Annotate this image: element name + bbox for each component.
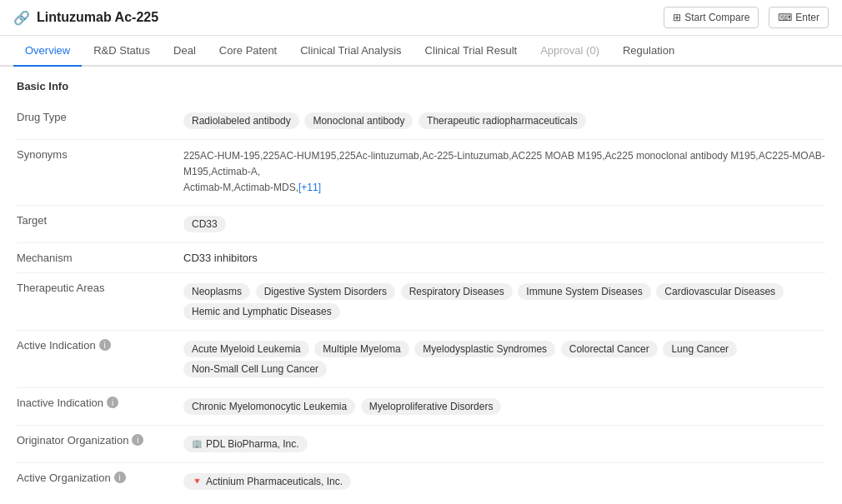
enter-button[interactable]: ⌨ Enter <box>769 7 829 28</box>
drug-title: Lintuzumab Ac-225 <box>37 10 158 25</box>
active-org-info-icon[interactable]: i <box>114 472 126 483</box>
org-tag-pdl: 🏢 PDL BioPharma, Inc. <box>183 436 308 452</box>
org-tag-actinium: 🔻 Actinium Pharmaceuticals, Inc. <box>183 473 351 490</box>
drug-icon: 🔗 <box>13 10 30 26</box>
originator-org-info-icon[interactable]: i <box>132 434 143 446</box>
tag-hemic: Hemic and Lymphatic Diseases <box>183 303 340 320</box>
tab-deal[interactable]: Deal <box>162 36 208 67</box>
value-mechanism: CD33 inhibitors <box>183 242 825 272</box>
compare-icon: ⊞ <box>673 12 681 23</box>
tag-digestive: Digestive System Disorders <box>256 283 395 300</box>
label-active-indication: Active Indication i <box>17 330 183 387</box>
tab-clinical-trial-analysis[interactable]: Clinical Trial Analysis <box>288 36 413 67</box>
tab-overview[interactable]: Overview <box>13 36 82 67</box>
inactive-indication-info-icon[interactable]: i <box>107 397 118 408</box>
label-inactive-indication: Inactive Indication i <box>17 387 183 425</box>
tag-nsclc: Non-Small Cell Lung Cancer <box>183 361 327 377</box>
tab-core-patent[interactable]: Core Patent <box>208 36 288 67</box>
value-active-indication: Acute Myeloid Leukemia Multiple Myeloma … <box>183 330 825 387</box>
table-row: Synonyms 225AC-HUM-195,225AC-HUM195,225A… <box>17 140 825 206</box>
label-drug-type: Drug Type <box>17 102 183 140</box>
section-basic-info-title: Basic Info <box>17 80 825 92</box>
synonyms-text: 225AC-HUM-195,225AC-HUM195,225Ac-lintuzu… <box>183 150 825 193</box>
main-content: Basic Info Drug Type Radiolabeled antibo… <box>0 67 842 496</box>
org-icon-actinium: 🔻 <box>192 477 202 486</box>
label-mechanism: Mechanism <box>17 242 183 272</box>
value-target: CD33 <box>183 205 825 242</box>
tab-clinical-trial-result[interactable]: Clinical Trial Result <box>413 36 529 67</box>
tag-radiolabeled: Radiolabeled antibody <box>183 112 299 129</box>
label-target: Target <box>17 205 183 242</box>
tag-cd33: CD33 <box>183 216 226 232</box>
table-row: Originator Organization i 🏢 PDL BioPharm… <box>17 425 825 462</box>
header-left: 🔗 Lintuzumab Ac-225 <box>13 10 158 26</box>
table-row: Target CD33 <box>17 205 825 242</box>
tag-myeloproliferative: Myeloproliferative Disorders <box>361 398 502 415</box>
tag-neoplasms: Neoplasms <box>183 283 250 300</box>
nav-tabs: Overview R&D Status Deal Core Patent Cli… <box>0 36 842 67</box>
tag-lung-cancer: Lung Cancer <box>663 341 737 357</box>
basic-info-table: Drug Type Radiolabeled antibody Monoclon… <box>17 102 825 496</box>
tag-immune: Immune System Diseases <box>518 283 650 300</box>
table-row: Mechanism CD33 inhibitors <box>17 242 825 272</box>
value-drug-type: Radiolabeled antibody Monoclonal antibod… <box>183 102 825 140</box>
tag-monoclonal: Monoclonal antibody <box>304 112 413 129</box>
page-header: 🔗 Lintuzumab Ac-225 ⊞ Start Compare ⌨ En… <box>0 0 842 36</box>
label-active-org: Active Organization i <box>17 462 183 496</box>
value-originator-org: 🏢 PDL BioPharma, Inc. <box>183 425 825 462</box>
table-row: Drug Type Radiolabeled antibody Monoclon… <box>17 102 825 140</box>
tab-regulation[interactable]: Regulation <box>611 36 686 67</box>
label-originator-org: Originator Organization i <box>17 425 183 462</box>
table-row: Inactive Indication i Chronic Myelomonoc… <box>17 387 825 425</box>
value-active-org: 🔻 Actinium Pharmaceuticals, Inc. <box>183 462 825 496</box>
active-indication-info-icon[interactable]: i <box>99 339 111 351</box>
tag-colorectal: Colorectal Cancer <box>561 341 658 357</box>
start-compare-button[interactable]: ⊞ Start Compare <box>664 7 759 28</box>
table-row: Active Organization i 🔻 Actinium Pharmac… <box>17 462 825 496</box>
tag-respiratory: Respiratory Diseases <box>401 283 513 300</box>
value-synonyms: 225AC-HUM-195,225AC-HUM195,225Ac-lintuzu… <box>183 140 825 206</box>
value-inactive-indication: Chronic Myelomonocytic Leukemia Myelopro… <box>183 387 825 425</box>
value-therapeutic-areas: Neoplasms Digestive System Disorders Res… <box>183 272 825 330</box>
tag-cardiovascular: Cardiovascular Diseases <box>656 283 784 300</box>
tab-approval: Approval (0) <box>529 36 611 67</box>
tag-multiple-myeloma: Multiple Myeloma <box>314 341 408 357</box>
tag-cml: Chronic Myelomonocytic Leukemia <box>183 398 355 415</box>
mechanism-text: CD33 inhibitors <box>183 252 258 264</box>
tag-aml: Acute Myeloid Leukemia <box>183 341 309 357</box>
tag-myelodysplastic: Myelodysplastic Syndromes <box>414 341 555 357</box>
synonyms-more-link[interactable]: [+11] <box>298 182 321 193</box>
org-icon-pdl: 🏢 <box>192 439 202 448</box>
tag-therapeutic-radio: Therapeutic radiopharmaceuticals <box>418 112 586 129</box>
tab-rd-status[interactable]: R&D Status <box>82 36 162 67</box>
enter-icon: ⌨ <box>778 12 792 23</box>
app-container: 🔗 Lintuzumab Ac-225 ⊞ Start Compare ⌨ En… <box>0 0 842 504</box>
label-therapeutic-areas: Therapeutic Areas <box>17 272 183 330</box>
header-right: ⊞ Start Compare ⌨ Enter <box>664 7 829 28</box>
label-synonyms: Synonyms <box>17 140 183 206</box>
table-row: Active Indication i Acute Myeloid Leukem… <box>17 330 825 387</box>
table-row: Therapeutic Areas Neoplasms Digestive Sy… <box>17 272 825 330</box>
